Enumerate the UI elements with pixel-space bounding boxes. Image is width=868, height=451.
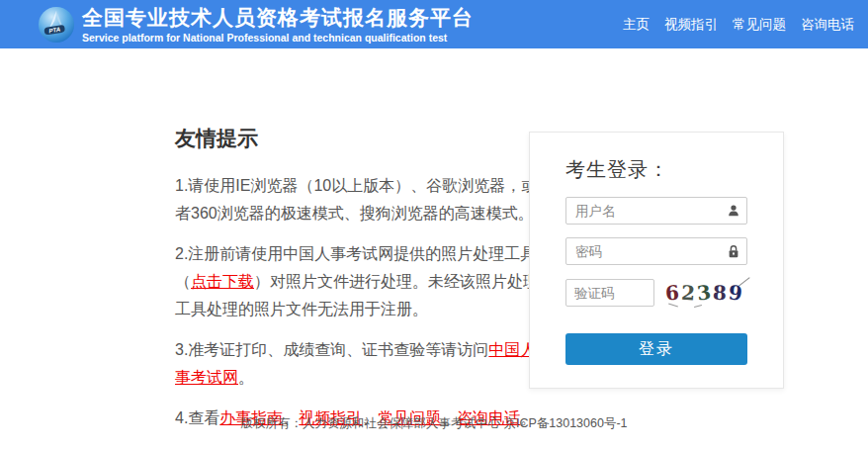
nav-phone[interactable]: 咨询电话 [801, 16, 854, 34]
login-heading: 考生登录： [565, 156, 747, 183]
captcha-digit: 2 [680, 281, 695, 306]
pta-logo-icon: PTA [38, 6, 75, 44]
tip-3-text-1: 3.准考证打印、成绩查询、证书查验等请访问 [175, 341, 488, 358]
site-subtitle: Service platform for National Profession… [82, 32, 474, 44]
brand: PTA 全国专业技术人员资格考试报名服务平台 Service platform … [38, 6, 474, 44]
tip-3: 3.准考证打印、成绩查询、证书查验等请访问中国人事考试网。 [175, 336, 539, 392]
captcha-digit: 9 [728, 280, 743, 305]
password-field [565, 237, 747, 265]
user-icon [727, 204, 740, 218]
captcha-image[interactable]: 62389 [660, 278, 747, 308]
site-title: 全国专业技术人员资格考试报名服务平台 [82, 6, 474, 30]
captcha-digit: 6 [664, 281, 680, 306]
nav-video-guide[interactable]: 视频指引 [664, 16, 718, 34]
nav-faq[interactable]: 常见问题 [733, 16, 786, 34]
lock-icon [727, 244, 740, 258]
footer: 版权所有：人力资源和社会保障部人事考试中心 京ICP备13013060号-1 [0, 415, 868, 432]
copyright-text: 版权所有：人力资源和社会保障部人事考试中心 京ICP备13013060号-1 [240, 416, 627, 430]
captcha-row: 62389 [565, 278, 747, 308]
header-nav: 主页 视频指引 常见问题 咨询电话 [623, 16, 854, 34]
tips-heading: 友情提示 [175, 125, 539, 152]
tip-1-text: 1.请使用IE浏览器（10以上版本）、谷歌浏览器，或者360浏览器的极速模式、搜… [175, 177, 537, 222]
password-input[interactable] [565, 237, 747, 265]
tip-1: 1.请使用IE浏览器（10以上版本）、谷歌浏览器，或者360浏览器的极速模式、搜… [175, 172, 539, 227]
captcha-digit: 3 [696, 280, 713, 306]
captcha-input[interactable] [565, 279, 654, 307]
tips-section: 友情提示 1.请使用IE浏览器（10以上版本）、谷歌浏览器，或者360浏览器的极… [175, 125, 539, 445]
brand-text: 全国专业技术人员资格考试报名服务平台 Service platform for … [82, 6, 474, 44]
nav-home[interactable]: 主页 [623, 16, 650, 34]
tip-3-text-2: 。 [238, 369, 254, 386]
username-input[interactable] [565, 197, 747, 225]
username-field [565, 197, 747, 225]
page: { "colors": { "header_bg": "#3E86E6", "l… [0, 0, 868, 451]
header: PTA 全国专业技术人员资格考试报名服务平台 Service platform … [0, 0, 868, 48]
captcha-digit: 8 [713, 281, 728, 305]
tip-2: 2.注册前请使用中国人事考试网提供的照片处理工具（点击下载）对照片文件进行处理。… [175, 240, 539, 323]
login-panel: 考生登录： 62389 登录 [529, 132, 784, 389]
login-button[interactable]: 登录 [565, 333, 747, 365]
photo-tool-download-link[interactable]: 点击下载 [191, 273, 254, 290]
